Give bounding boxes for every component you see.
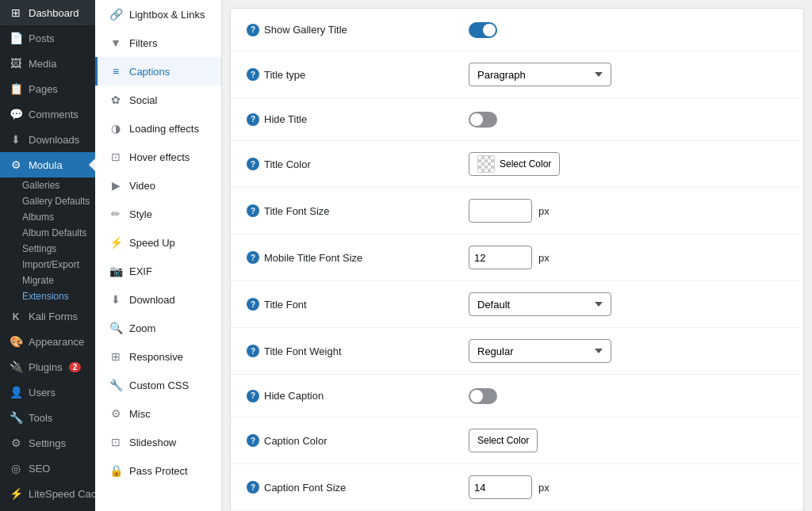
comments-icon: 💬 [10, 108, 22, 120]
submenu-item-loading-effects[interactable]: ◑ Loading effects [95, 114, 221, 143]
caption-font-size-unit: px [538, 482, 550, 494]
submenu-item-captions[interactable]: ≡ Captions [95, 57, 221, 86]
plugins-icon: 🔌 [10, 360, 22, 373]
help-title-color[interactable]: ? [247, 158, 259, 170]
help-caption-font-size[interactable]: ? [247, 481, 259, 494]
captions-icon: ≡ [109, 65, 123, 78]
sidebar-sub-extensions[interactable]: Extensions [0, 288, 95, 304]
sidebar-sub-galleries[interactable]: Galleries [0, 177, 95, 193]
control-hide-title [469, 112, 497, 128]
select-title-type[interactable]: ParagraphH1H2 [469, 63, 611, 86]
help-title-font-size[interactable]: ? [247, 204, 259, 217]
hover-effects-icon: ⊡ [109, 151, 123, 163]
users-icon: 👤 [10, 386, 22, 399]
sidebar-item-dashboard[interactable]: ⊞ Dashboard [0, 0, 95, 25]
toggle-knob-hide-title [470, 113, 483, 126]
sidebar-sub-migrate[interactable]: Migrate [0, 273, 95, 288]
submenu-item-custom-css[interactable]: 🔧 Custom CSS [95, 371, 221, 399]
submenu-item-slideshow[interactable]: ⊡ Slideshow [95, 428, 221, 456]
input-title-font-size[interactable] [469, 199, 532, 223]
litespeed-icon: ⚡ [10, 487, 22, 500]
control-hide-caption [469, 388, 497, 404]
submenu-item-responsive[interactable]: ⊞ Responsive [95, 342, 221, 371]
submenu-item-social[interactable]: ✿ Social [95, 86, 221, 114]
sidebar-sub-gallery-defaults[interactable]: Gallery Defaults [0, 193, 95, 209]
label-title-font-size: ? Title Font Size [247, 204, 469, 217]
sidebar-item-appearance[interactable]: 🎨 Appearance [0, 329, 95, 354]
tools-icon: 🔧 [10, 411, 22, 424]
submenu-item-filters[interactable]: ▼ Filters [95, 29, 221, 57]
sidebar-item-plugins[interactable]: 🔌 Plugins 2 [0, 354, 95, 379]
mobile-title-font-size-unit: px [538, 252, 550, 264]
sidebar-item-comments[interactable]: 💬 Comments [0, 101, 95, 127]
toggle-knob [483, 24, 496, 36]
sidebar-sub-album-defaults[interactable]: Album Defaults [0, 225, 95, 241]
submenu-item-pass-protect[interactable]: 🔒 Pass Protect [95, 456, 221, 485]
responsive-icon: ⊞ [109, 350, 123, 363]
toggle-hide-caption[interactable] [469, 388, 497, 404]
download-icon: ⬇ [109, 293, 123, 306]
help-title-font[interactable]: ? [247, 298, 259, 311]
sidebar-item-users[interactable]: 👤 Users [0, 379, 95, 405]
row-caption-color: ? Caption Color Select Color [231, 418, 803, 464]
row-mobile-title-font-size: ? Mobile Title Font Size px [231, 235, 803, 281]
select-title-font[interactable]: Default [469, 292, 611, 316]
control-caption-font-size: px [469, 475, 550, 499]
main-content: ? Show Gallery Title ? Title type Paragr… [222, 0, 812, 511]
toggle-show-gallery-title[interactable] [469, 22, 497, 38]
input-mobile-title-font-size[interactable] [469, 246, 532, 269]
submenu-item-exif[interactable]: 📷 EXIF [95, 257, 221, 285]
sidebar-item-pages[interactable]: 📋 Pages [0, 76, 95, 101]
submenu-item-style[interactable]: ✏ Style [95, 200, 221, 228]
submenu-item-hover-effects[interactable]: ⊡ Hover effects [95, 143, 221, 171]
custom-css-icon: 🔧 [109, 379, 123, 391]
sidebar-item-kali-forms[interactable]: K Kali Forms [0, 304, 95, 329]
plugins-badge: 2 [69, 362, 82, 372]
submenu-item-zoom[interactable]: 🔍 Zoom [95, 314, 221, 342]
caption-color-button[interactable]: Select Color [469, 429, 538, 452]
submenu-item-video[interactable]: ▶ Video [95, 171, 221, 200]
submenu-item-lightbox[interactable]: 🔗 Lightbox & Links [95, 0, 221, 29]
sidebar: ⊞ Dashboard 📄 Posts 🖼 Media 📋 Pages 💬 Co… [0, 0, 95, 511]
kali-forms-icon: K [10, 311, 22, 322]
sidebar-item-posts[interactable]: 📄 Posts [0, 25, 95, 51]
help-title-font-weight[interactable]: ? [247, 345, 259, 357]
modula-icon: ⚙ [10, 158, 22, 171]
help-show-gallery-title[interactable]: ? [247, 24, 259, 36]
input-caption-font-size[interactable] [469, 475, 532, 499]
help-hide-title[interactable]: ? [247, 113, 259, 126]
pass-protect-icon: 🔒 [109, 464, 123, 477]
sidebar-item-seo[interactable]: ◎ SEO [0, 456, 95, 481]
control-title-font-weight: RegularBoldLight [469, 339, 611, 363]
help-caption-color[interactable]: ? [247, 434, 259, 447]
settings-panel: ? Show Gallery Title ? Title type Paragr… [230, 8, 804, 511]
sidebar-item-settings[interactable]: ⚙ Settings [0, 430, 95, 456]
loading-effects-icon: ◑ [109, 122, 123, 135]
select-title-font-weight[interactable]: RegularBoldLight [469, 339, 611, 363]
help-hide-caption[interactable]: ? [247, 390, 259, 402]
submenu-item-speed-up[interactable]: ⚡ Speed Up [95, 228, 221, 257]
sidebar-item-litespeed[interactable]: ⚡ LiteSpeed Cache [0, 481, 95, 506]
sidebar-sub-albums[interactable]: Albums [0, 209, 95, 225]
row-title-font-size: ? Title Font Size px [231, 188, 803, 235]
submenu-item-download[interactable]: ⬇ Download [95, 285, 221, 314]
title-color-button[interactable]: Select Color [469, 152, 560, 176]
toggle-hide-title[interactable] [469, 112, 497, 128]
row-show-gallery-title: ? Show Gallery Title [231, 9, 803, 51]
sidebar-item-downloads[interactable]: ⬇ Downloads [0, 127, 95, 152]
sidebar-item-modula[interactable]: ⚙ Modula [0, 152, 95, 177]
label-title-font: ? Title Font [247, 298, 469, 311]
downloads-icon: ⬇ [10, 133, 22, 146]
help-mobile-title-font-size[interactable]: ? [247, 251, 259, 264]
help-title-type[interactable]: ? [247, 68, 259, 81]
submenu: 🔗 Lightbox & Links ▼ Filters ≡ Captions … [95, 0, 222, 511]
sidebar-sub-settings[interactable]: Settings [0, 241, 95, 257]
row-hide-title: ? Hide Title [231, 98, 803, 141]
sidebar-item-media[interactable]: 🖼 Media [0, 51, 95, 76]
label-caption-color: ? Caption Color [247, 434, 469, 447]
sidebar-item-tools[interactable]: 🔧 Tools [0, 405, 95, 430]
sidebar-sub-importexport[interactable]: Import/Export [0, 257, 95, 273]
control-title-font-size: px [469, 199, 550, 223]
submenu-item-misc[interactable]: ⚙ Misc [95, 399, 221, 428]
sidebar-item-collapse[interactable]: « Collapse menu [0, 506, 95, 511]
